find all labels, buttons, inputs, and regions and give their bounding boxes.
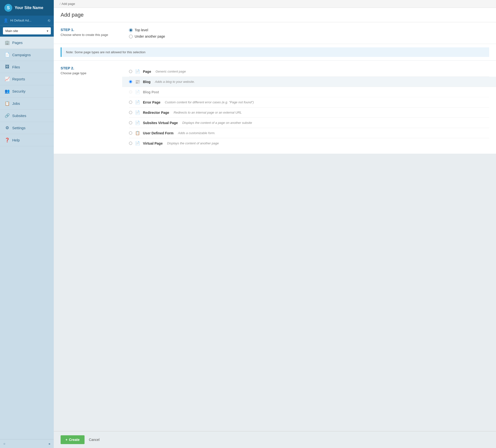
user-icon: 👤 bbox=[3, 18, 8, 23]
sidebar-item-jobs[interactable]: 📋 Jobs bbox=[0, 97, 54, 110]
page-title: Add page bbox=[61, 12, 489, 18]
sidebar-nav: 🏢 Pages 📄 Campaigns 🖼 Files 📈 Reports 👥 … bbox=[0, 37, 54, 439]
page-type-error-page-desc: Custom content for different error cases… bbox=[165, 100, 254, 104]
radio-error-page[interactable] bbox=[129, 101, 132, 104]
page-type-virtual-page-name: Virtual Page bbox=[143, 141, 163, 145]
user-greeting-area: 👤 Hi Default Ad... bbox=[3, 18, 31, 23]
sidebar-item-campaigns[interactable]: 📄 Campaigns bbox=[0, 49, 54, 61]
virtual-page-icon: 📄 bbox=[135, 141, 140, 146]
step1-left: STEP 1. Choose where to create this page bbox=[61, 28, 109, 37]
sidebar-footer: ○ « bbox=[0, 439, 54, 448]
page-type-blog-post: 📄 Blog Post bbox=[129, 87, 489, 97]
sidebar-footer-status: ○ bbox=[3, 442, 5, 446]
note-wrapper: Note: Some page types are not allowed fo… bbox=[54, 44, 496, 61]
step1-options: Top level Under another page bbox=[129, 28, 489, 38]
radio-top-level[interactable] bbox=[129, 28, 133, 32]
content-area: Add page STEP 1. Choose where to create … bbox=[54, 8, 496, 431]
note-text: Note: Some page types are not allowed fo… bbox=[66, 50, 145, 54]
option-under-another[interactable]: Under another page bbox=[129, 34, 489, 38]
step2-description: Choose page type bbox=[61, 71, 109, 76]
jobs-icon: 📋 bbox=[4, 101, 10, 106]
site-title: Your Site Name bbox=[15, 6, 43, 10]
option-top-level-label: Top level bbox=[135, 28, 148, 32]
breadcrumb: / Add page bbox=[54, 0, 496, 8]
security-icon: 👥 bbox=[4, 89, 10, 94]
user-greeting: Hi Default Ad... bbox=[10, 18, 31, 22]
site-selector-wrapper: Main site ▼ bbox=[0, 25, 54, 37]
sidebar-item-help[interactable]: ❓ Help bbox=[0, 134, 54, 146]
radio-subsites-virtual-page[interactable] bbox=[129, 121, 132, 124]
radio-blog-post bbox=[129, 90, 132, 93]
sidebar-item-pages[interactable]: 🏢 Pages bbox=[0, 37, 54, 49]
sidebar-item-reports[interactable]: 📈 Reports bbox=[0, 73, 54, 85]
logout-icon[interactable]: ⎋ bbox=[48, 18, 50, 23]
page-type-subsites-virtual-page-desc: Displays the content of a page on anothe… bbox=[182, 121, 252, 124]
blog-icon: 📰 bbox=[135, 79, 140, 84]
page-type-user-defined-form[interactable]: 📋 User Defined Form Adds a customizable … bbox=[129, 128, 489, 138]
sidebar-user: 👤 Hi Default Ad... ⎋ bbox=[0, 16, 54, 25]
page-type-user-defined-form-name: User Defined Form bbox=[143, 131, 173, 135]
page-icon: 📄 bbox=[135, 69, 140, 74]
main-content: / Add page Add page STEP 1. Choose where… bbox=[54, 0, 496, 448]
page-header: Add page bbox=[54, 8, 496, 22]
radio-page[interactable] bbox=[129, 70, 132, 73]
option-top-level[interactable]: Top level bbox=[129, 28, 489, 32]
radio-user-defined-form[interactable] bbox=[129, 131, 132, 135]
step2-page-types: 📄 Page Generic content page 📰 Blog Adds … bbox=[129, 66, 489, 148]
page-type-subsites-virtual-page-name: Subsites Virtual Page bbox=[143, 121, 178, 125]
step1-row: STEP 1. Choose where to create this page… bbox=[61, 28, 489, 38]
pages-icon: 🏢 bbox=[4, 40, 10, 45]
campaigns-icon: 📄 bbox=[4, 52, 10, 57]
page-type-redirector-page[interactable]: 📄 Redirector Page Redirects to an intern… bbox=[129, 108, 489, 118]
page-type-subsites-virtual-page[interactable]: 📄 Subsites Virtual Page Displays the con… bbox=[129, 118, 489, 128]
page-type-redirector-page-name: Redirector Page bbox=[143, 111, 169, 115]
help-icon: ❓ bbox=[4, 138, 10, 143]
page-type-page-name: Page bbox=[143, 70, 151, 74]
page-type-blog[interactable]: 📰 Blog Adds a blog to your website. bbox=[122, 77, 496, 87]
user-defined-form-icon: 📋 bbox=[135, 131, 140, 135]
settings-icon: ⚙ bbox=[4, 125, 10, 130]
redirector-page-icon: 📄 bbox=[135, 110, 140, 115]
step2-left: STEP 2. Choose page type bbox=[61, 66, 109, 76]
page-type-virtual-page[interactable]: 📄 Virtual Page Displays the content of a… bbox=[129, 138, 489, 148]
blog-post-icon: 📄 bbox=[135, 90, 140, 94]
sidebar-collapse-button[interactable]: « bbox=[49, 442, 50, 446]
create-button[interactable]: + Create bbox=[61, 435, 85, 444]
site-selector[interactable]: Main site bbox=[3, 27, 51, 34]
sidebar: S Your Site Name 👤 Hi Default Ad... ⎋ Ma… bbox=[0, 0, 54, 448]
files-icon: 🖼 bbox=[4, 64, 10, 69]
step1-description: Choose where to create this page bbox=[61, 33, 109, 37]
create-icon: + bbox=[65, 438, 67, 442]
page-type-blog-post-name: Blog Post bbox=[143, 90, 159, 94]
page-type-blog-name: Blog bbox=[143, 80, 151, 84]
step2-section: STEP 2. Choose page type 📄 Page Generic … bbox=[54, 61, 496, 154]
page-type-blog-desc: Adds a blog to your website. bbox=[155, 80, 195, 84]
sidebar-item-settings[interactable]: ⚙ Settings bbox=[0, 122, 54, 134]
sidebar-item-security-label: Security bbox=[12, 89, 25, 93]
radio-under-another[interactable] bbox=[129, 35, 133, 38]
radio-redirector-page[interactable] bbox=[129, 111, 132, 114]
page-type-error-page[interactable]: 📄 Error Page Custom content for differen… bbox=[129, 97, 489, 108]
sidebar-item-subsites[interactable]: 🔗 Subsites bbox=[0, 110, 54, 122]
breadcrumb-separator: / bbox=[60, 2, 61, 6]
radio-virtual-page[interactable] bbox=[129, 142, 132, 145]
step1-label: STEP 1. bbox=[61, 28, 109, 32]
error-page-icon: 📄 bbox=[135, 100, 140, 105]
cancel-button[interactable]: Cancel bbox=[88, 435, 101, 444]
sidebar-item-security[interactable]: 👥 Security bbox=[0, 85, 54, 97]
page-type-error-page-name: Error Page bbox=[143, 100, 160, 104]
page-type-redirector-page-desc: Redirects to an internal page or an exte… bbox=[173, 111, 242, 114]
sidebar-item-files[interactable]: 🖼 Files bbox=[0, 61, 54, 73]
subsites-virtual-page-icon: 📄 bbox=[135, 121, 140, 125]
subsites-icon: 🔗 bbox=[4, 113, 10, 118]
sidebar-item-jobs-label: Jobs bbox=[12, 101, 20, 106]
option-under-another-label: Under another page bbox=[135, 34, 165, 38]
sidebar-logo: S Your Site Name bbox=[0, 0, 54, 16]
footer-action-bar: + Create Cancel bbox=[54, 431, 496, 448]
page-type-page[interactable]: 📄 Page Generic content page bbox=[129, 66, 489, 77]
logo-icon: S bbox=[4, 4, 12, 12]
radio-blog[interactable] bbox=[129, 80, 132, 83]
sidebar-item-files-label: Files bbox=[12, 65, 20, 69]
sidebar-item-reports-label: Reports bbox=[12, 77, 25, 81]
step1-section: STEP 1. Choose where to create this page… bbox=[54, 22, 496, 44]
